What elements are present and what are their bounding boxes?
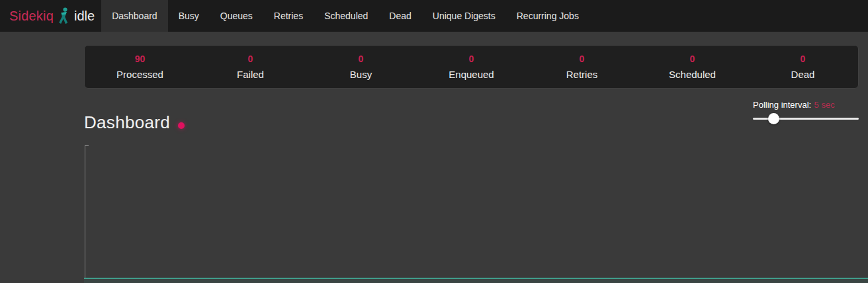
nav-tab-scheduled[interactable]: Scheduled	[314, 0, 378, 32]
polling-interval-slider[interactable]	[753, 118, 859, 120]
main-content: 90 Processed 0 Failed 0 Busy 0 Enqueued …	[84, 32, 859, 152]
nav-tabs: Dashboard Busy Queues Retries Scheduled …	[101, 0, 589, 32]
stat-busy-value: 0	[306, 54, 416, 64]
stat-processed-value: 90	[85, 54, 195, 64]
stat-enqueued-value: 0	[416, 54, 527, 64]
page-title: Dashboard	[84, 112, 170, 133]
status-text: idle	[74, 9, 95, 24]
brand-name: Sidekiq	[9, 9, 54, 24]
stat-scheduled-value: 0	[637, 54, 748, 64]
stat-failed: 0 Failed	[195, 54, 306, 80]
nav-tab-recurring-jobs[interactable]: Recurring Jobs	[506, 0, 589, 32]
stat-dead-label: Dead	[748, 69, 858, 80]
nav-tab-dead[interactable]: Dead	[378, 0, 421, 32]
stat-enqueued-label: Enqueued	[416, 69, 527, 80]
stat-retries: 0 Retries	[527, 54, 637, 80]
brand[interactable]: Sidekiq idle	[0, 0, 101, 32]
stat-failed-label: Failed	[195, 69, 306, 80]
stat-dead-value: 0	[748, 54, 858, 64]
stat-dead: 0 Dead	[748, 54, 858, 80]
chart-area-fill	[84, 279, 868, 283]
stat-retries-label: Retries	[527, 69, 637, 80]
stat-enqueued: 0 Enqueued	[416, 54, 527, 80]
stat-processed: 90 Processed	[85, 54, 195, 80]
chart-y-axis-tick	[85, 145, 89, 146]
stat-scheduled-label: Scheduled	[637, 69, 748, 80]
chart-y-axis	[85, 145, 85, 279]
nav-tab-dashboard[interactable]: Dashboard	[101, 0, 168, 32]
nav-tab-unique-digests[interactable]: Unique Digests	[422, 0, 506, 32]
stat-busy-label: Busy	[306, 69, 416, 80]
realtime-chart	[84, 145, 868, 283]
nav-tab-retries[interactable]: Retries	[263, 0, 314, 32]
nav-tab-queues[interactable]: Queues	[210, 0, 263, 32]
polling-interval-value[interactable]: 5 sec	[814, 100, 835, 110]
stat-processed-label: Processed	[85, 69, 195, 80]
navbar: Sidekiq idle Dashboard Busy Queues Retri…	[0, 0, 868, 32]
polling-interval-label: Polling interval:	[753, 100, 811, 110]
stat-scheduled: 0 Scheduled	[637, 54, 748, 80]
chart-flat-line	[84, 278, 868, 279]
stat-busy: 0 Busy	[306, 54, 416, 80]
nav-tab-busy[interactable]: Busy	[168, 0, 210, 32]
stat-retries-value: 0	[527, 54, 637, 64]
live-beacon-icon	[178, 122, 185, 129]
stat-failed-value: 0	[195, 54, 306, 64]
sidekiq-logo-icon	[58, 7, 69, 24]
polling-interval-control: Polling interval: 5 sec	[753, 99, 859, 122]
summary-stats-bar: 90 Processed 0 Failed 0 Busy 0 Enqueued …	[84, 45, 859, 89]
